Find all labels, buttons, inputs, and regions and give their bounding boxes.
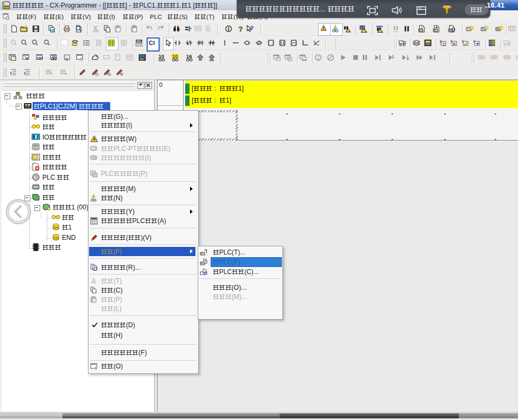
svg-text:10: 10 [159, 54, 164, 59]
svg-text:DEC: DEC [140, 58, 144, 61]
svg-text:10: 10 [172, 54, 178, 59]
svg-text:BIN: BIN [140, 55, 144, 58]
svg-text:SMA: SMA [136, 40, 141, 43]
svg-text:?: ? [250, 25, 254, 31]
svg-text:AB: AB [206, 28, 211, 32]
svg-text:?: ? [238, 25, 243, 33]
svg-text:1: 1 [443, 43, 445, 47]
svg-text:16: 16 [186, 54, 192, 59]
